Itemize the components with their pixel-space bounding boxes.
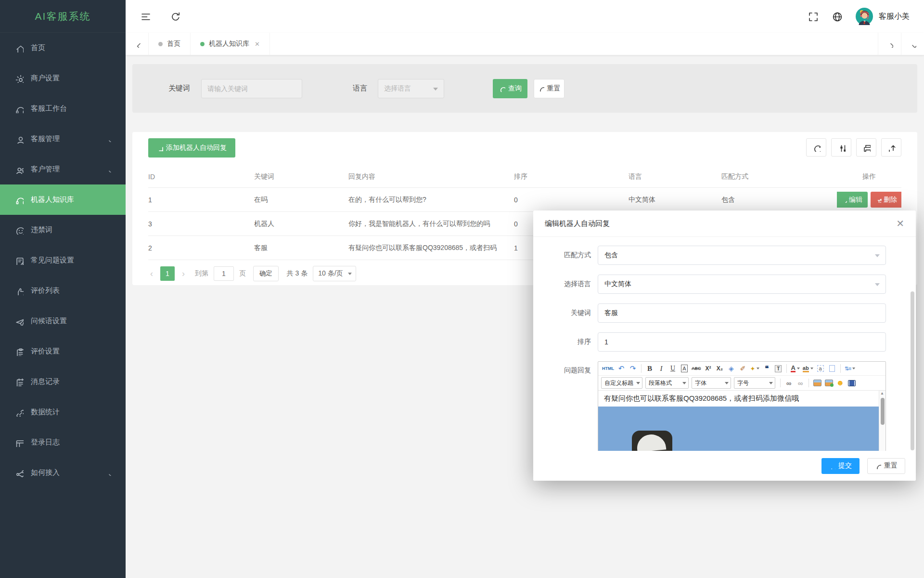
table-export-button[interactable]	[881, 138, 901, 157]
emoji-icon[interactable]: ☻	[835, 378, 846, 388]
insert-multi-image-button[interactable]	[823, 378, 834, 388]
tab-home[interactable]: 首页	[149, 33, 191, 55]
sidebar-item-robot-knowledge-base[interactable]: 机器人知识库	[0, 184, 126, 215]
insert-video-button[interactable]	[847, 378, 857, 388]
sidebar-item-label: 常见问题设置	[31, 256, 74, 265]
subscript-icon[interactable]: X₂	[715, 363, 725, 374]
sidebar-item-review-list[interactable]: 评价列表	[0, 276, 126, 306]
editor-scrollbar[interactable]: ▲	[879, 391, 886, 453]
sidebar-item-how-to-connect[interactable]: 如何接入	[0, 458, 126, 488]
table-print-button[interactable]	[856, 138, 876, 157]
sidebar-item-greeting-settings[interactable]: 问候语设置	[0, 306, 126, 336]
remove-link-icon[interactable]: ∞	[795, 378, 806, 388]
refresh-page-icon[interactable]	[170, 11, 180, 22]
collapse-menu-icon[interactable]	[140, 11, 151, 22]
sidebar-item-home[interactable]: 首页	[0, 33, 126, 63]
reset-button[interactable]: 重置	[534, 79, 565, 98]
superscript-icon[interactable]: X²	[703, 363, 714, 374]
sort-input[interactable]	[598, 332, 886, 352]
sidebar-item-faq-settings[interactable]: 常见问题设置	[0, 245, 126, 276]
language-select-placeholder: 选择语言	[384, 84, 411, 93]
sidebar-item-login-log[interactable]: 登录日志	[0, 427, 126, 458]
search-panel: 关键词 语言 选择语言 查询 重置	[132, 64, 917, 113]
auto-typeset-button[interactable]: ✦	[749, 363, 761, 374]
scroll-up-icon[interactable]: ▲	[880, 391, 884, 395]
font-border-icon[interactable]: A	[681, 365, 687, 372]
eraser-icon[interactable]: ◈	[726, 363, 737, 374]
column-header: 回复内容	[348, 172, 514, 181]
tabs-scroll-left-button[interactable]	[126, 33, 149, 55]
next-page-icon[interactable]: ›	[180, 269, 187, 279]
dialog-scrollbar-thumb[interactable]	[911, 291, 914, 450]
language-select[interactable]: 选择语言	[378, 79, 444, 98]
tabs-scroll-right-button[interactable]	[878, 33, 901, 55]
fullscreen-icon[interactable]	[808, 11, 818, 22]
underline-icon[interactable]: U	[667, 363, 678, 374]
page-size-select[interactable]: 10 条/页	[313, 266, 356, 281]
goto-confirm-button[interactable]: 确定	[253, 266, 279, 281]
match-value: 包含	[604, 251, 618, 260]
blockquote-icon[interactable]: ❝	[761, 363, 772, 374]
current-page[interactable]: 1	[160, 266, 175, 281]
tabs-menu-button[interactable]	[901, 33, 924, 55]
paste-text-icon[interactable]: T	[775, 365, 782, 372]
font-family-select[interactable]: 字体	[692, 377, 731, 389]
anchor-icon[interactable]: a	[817, 365, 824, 372]
user-menu[interactable]: 客服小美	[856, 8, 910, 25]
language-select[interactable]: 中文简体	[598, 275, 886, 294]
sidebar-item-review-settings[interactable]: 评价设置	[0, 336, 126, 367]
keyword-input[interactable]	[201, 79, 302, 98]
language-value: 中文简体	[604, 280, 631, 289]
line-height-button[interactable]: ⇅≡	[844, 363, 857, 374]
bold-icon[interactable]: B	[644, 363, 655, 374]
sidebar-item-merchant-settings[interactable]: 商户设置	[0, 63, 126, 93]
format-brush-icon[interactable]: ✐	[738, 363, 748, 374]
submit-label: 提交	[838, 461, 852, 470]
keyword-input[interactable]	[598, 303, 886, 323]
html-source-icon[interactable]: HTML	[601, 363, 615, 374]
highlight-color-button[interactable]: ab	[802, 363, 814, 374]
prev-page-icon[interactable]: ‹	[148, 269, 155, 279]
insert-image-button[interactable]	[812, 378, 822, 388]
tab-close-icon[interactable]: ✕	[255, 40, 260, 48]
font-size-select[interactable]: 字号	[734, 377, 775, 389]
paragraph-format-select[interactable]: 段落格式	[645, 377, 689, 389]
italic-icon[interactable]: I	[656, 363, 667, 374]
undo-icon[interactable]: ↶	[616, 363, 627, 374]
column-header: 语言	[629, 172, 721, 181]
heading-select[interactable]: 自定义标题	[601, 377, 642, 389]
sidebar-item-data-statistics[interactable]: 数据统计	[0, 397, 126, 427]
sidebar-item-label: 机器人知识库	[31, 195, 74, 204]
editor-content[interactable]: 有疑问你也可以联系客服QQ39208685，或者扫码添加微信哦 ▲	[598, 391, 886, 453]
new-page-button[interactable]	[827, 363, 837, 374]
sidebar-item-workbench[interactable]: 客服工作台	[0, 93, 126, 124]
sidebar-item-customer-management[interactable]: 客户管理	[0, 154, 126, 184]
strikethrough-icon[interactable]: ABC	[691, 363, 702, 374]
match-select[interactable]: 包含	[598, 246, 886, 265]
language-globe-icon[interactable]	[832, 11, 842, 22]
edit-button[interactable]: 编辑	[837, 192, 868, 208]
sidebar-item-banned-words[interactable]: 违禁词	[0, 215, 126, 245]
sidebar-item-message-log[interactable]: 消息记录	[0, 367, 126, 397]
add-auto-reply-button[interactable]: 添加机器人自动回复	[148, 138, 235, 158]
chevron-down-icon	[769, 382, 773, 384]
sidebar-item-label: 商户设置	[31, 74, 60, 83]
close-icon[interactable]: ✕	[896, 219, 904, 228]
scrollbar-thumb[interactable]	[881, 398, 885, 425]
match-label: 匹配方式	[533, 251, 598, 260]
table-refresh-button[interactable]	[806, 138, 826, 157]
line-height-icon: ⇅≡	[845, 366, 851, 372]
sidebar-item-label: 客服工作台	[31, 104, 67, 113]
sidebar-item-label: 评价列表	[31, 286, 60, 295]
query-button[interactable]: 查询	[493, 79, 527, 98]
table-columns-button[interactable]	[831, 138, 851, 157]
goto-page-input[interactable]	[214, 266, 234, 281]
delete-button[interactable]: 删除	[871, 192, 901, 208]
tab-robot-knowledge-base[interactable]: 机器人知识库 ✕	[191, 33, 270, 55]
insert-link-icon[interactable]: ∞	[783, 378, 794, 388]
redo-icon[interactable]: ↷	[628, 363, 638, 374]
modal-reset-button[interactable]: 重置	[867, 458, 905, 474]
sidebar-item-agent-management[interactable]: 客服管理	[0, 124, 126, 154]
font-color-button[interactable]: A	[790, 363, 800, 374]
submit-button[interactable]: 提交	[821, 458, 860, 474]
